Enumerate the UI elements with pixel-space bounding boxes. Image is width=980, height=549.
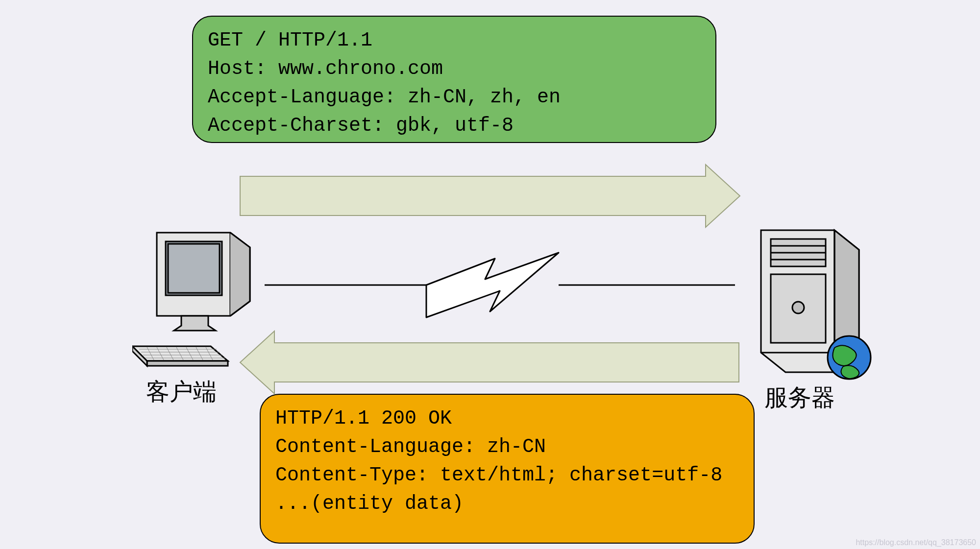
server-tower-icon <box>746 215 874 382</box>
globe-icon <box>828 336 871 379</box>
response-line: HTTP/1.1 200 OK <box>275 405 739 433</box>
request-line: Host: www.chrono.com <box>208 55 701 83</box>
response-line: Content-Type: text/html; charset=utf-8 <box>275 461 739 490</box>
response-line: ...(entity data) <box>275 490 739 518</box>
connection-bolt-icon <box>265 253 735 317</box>
request-line: Accept-Language: zh-CN, zh, en <box>208 83 701 112</box>
client-label: 客户端 <box>146 376 217 407</box>
request-arrow-icon <box>240 165 740 227</box>
svg-rect-3 <box>168 244 220 293</box>
request-line: GET / HTTP/1.1 <box>208 26 701 55</box>
svg-point-20 <box>792 302 804 313</box>
response-line: Content-Language: zh-CN <box>275 433 739 461</box>
http-response-box: HTTP/1.1 200 OK Content-Language: zh-CN … <box>260 394 755 544</box>
client-computer-icon <box>132 228 279 370</box>
request-line: Accept-Charset: gbk, utf-8 <box>208 112 701 140</box>
http-request-box: GET / HTTP/1.1 Host: www.chrono.com Acce… <box>192 16 716 143</box>
watermark-text: https://blog.csdn.net/qq_38173650 <box>856 538 976 547</box>
response-arrow-icon <box>240 331 739 394</box>
